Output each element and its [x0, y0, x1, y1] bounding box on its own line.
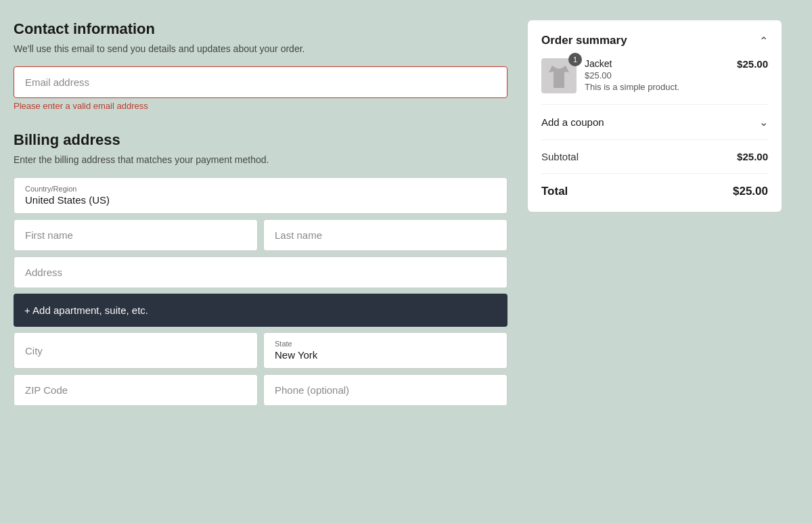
last-name-input[interactable] — [263, 219, 508, 251]
subtotal-row: Subtotal $25.00 — [541, 151, 768, 174]
coupon-label: Add a coupon — [541, 116, 604, 128]
city-state-row: State New York — [14, 332, 508, 369]
product-info: Jacket $25.00 This is a simple product. — [585, 58, 729, 92]
coupon-row[interactable]: Add a coupon ⌄ — [541, 116, 768, 140]
product-price-main: $25.00 — [737, 58, 768, 70]
billing-section: Billing address Enter the billing addres… — [14, 131, 508, 406]
phone-input[interactable] — [263, 374, 508, 406]
subtotal-label: Subtotal — [541, 151, 579, 162]
state-value: New York — [275, 349, 317, 361]
first-name-input[interactable] — [14, 219, 258, 251]
contact-title: Contact information — [14, 20, 508, 38]
country-field[interactable]: Country/Region United States (US) — [14, 177, 508, 214]
contact-section: Contact information We'll use this email… — [14, 20, 508, 111]
billing-title: Billing address — [14, 131, 508, 149]
order-summary-card: Order summary ⌃ 1 Jacket $25.00 — [528, 20, 782, 212]
right-column: Order summary ⌃ 1 Jacket $25.00 — [528, 20, 782, 406]
email-wrapper: Please enter a valid email address — [14, 66, 508, 111]
left-column: Contact information We'll use this email… — [14, 20, 508, 406]
country-value: United States (US) — [25, 194, 110, 206]
country-label: Country/Region — [25, 185, 496, 193]
product-row: 1 Jacket $25.00 This is a simple product… — [541, 58, 768, 105]
email-input[interactable] — [14, 66, 508, 98]
product-image-svg — [549, 62, 569, 89]
state-label: State — [275, 340, 496, 348]
chevron-up-icon: ⌃ — [759, 35, 768, 47]
contact-subtitle: We'll use this email to send you details… — [14, 43, 508, 54]
order-summary-header: Order summary ⌃ — [541, 34, 768, 47]
subtotal-value: $25.00 — [737, 151, 768, 162]
address-input[interactable] — [14, 256, 508, 288]
state-field[interactable]: State New York — [263, 332, 508, 369]
total-label: Total — [541, 185, 568, 198]
zip-input[interactable] — [14, 374, 258, 406]
zip-phone-row — [14, 374, 508, 406]
product-quantity-badge: 1 — [568, 53, 582, 66]
email-error-text: Please enter a valid email address — [14, 101, 508, 111]
add-apartment-button[interactable]: + Add apartment, suite, etc. — [14, 294, 508, 327]
total-value: $25.00 — [733, 185, 768, 198]
product-name: Jacket — [585, 58, 729, 69]
address-row — [14, 256, 508, 288]
product-image-wrapper: 1 — [541, 58, 577, 93]
product-description: This is a simple product. — [585, 82, 729, 92]
billing-subtitle: Enter the billing address that matches y… — [14, 154, 508, 165]
chevron-down-icon: ⌄ — [759, 116, 768, 129]
total-row: Total $25.00 — [541, 185, 768, 198]
name-row — [14, 219, 508, 251]
product-price-sub: $25.00 — [585, 70, 729, 81]
city-input[interactable] — [14, 332, 258, 369]
order-summary-title: Order summary — [541, 34, 627, 47]
